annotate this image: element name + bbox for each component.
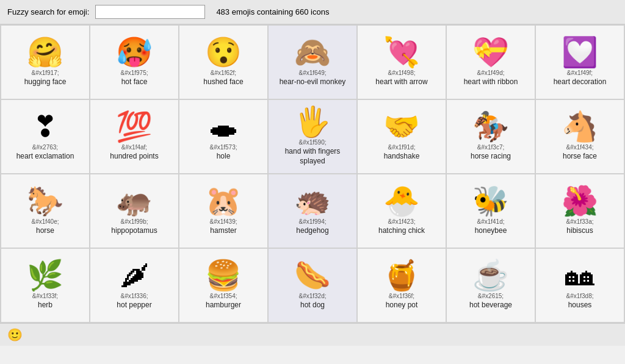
emoji-glyph: ❣ — [33, 112, 57, 141]
emoji-cell[interactable]: 🐣&#x1f423;hatching chick — [358, 174, 446, 248]
emoji-code: &#x1f3c7; — [477, 144, 504, 151]
emoji-glyph: 💟 — [562, 38, 598, 67]
emoji-name: hedgehog — [296, 226, 328, 236]
emoji-cell[interactable]: 🐝&#x1f41d;honeybee — [447, 174, 535, 248]
emoji-cell[interactable]: 🖐&#x1f590;hand with fingers splayed — [269, 100, 356, 173]
emoji-cell[interactable]: 🏇&#x1f3c7;horse racing — [447, 100, 535, 173]
emoji-glyph: 🌿 — [27, 261, 63, 290]
emoji-glyph: 🖐 — [294, 107, 331, 137]
emoji-cell[interactable]: 💝&#x1f49d;heart with ribbon — [447, 26, 535, 99]
emoji-cell[interactable]: 🐴&#x1f434;horse face — [536, 100, 624, 173]
emoji-code: &#x1f33a; — [566, 218, 593, 225]
emoji-code: &#x1f36f; — [389, 293, 414, 299]
emoji-code: &#x1f439; — [209, 218, 237, 225]
emoji-code: &#x1f994; — [298, 218, 326, 225]
emoji-name: horse face — [563, 152, 597, 162]
emoji-name: hand with fingers splayed — [272, 147, 353, 166]
emoji-glyph: 🌺 — [562, 187, 598, 216]
emoji-code: &#x1f62f; — [211, 70, 236, 76]
emoji-cell[interactable]: 🤗&#x1f917;hugging face — [1, 26, 89, 99]
search-input[interactable] — [95, 5, 205, 19]
emoji-name: hibiscus — [566, 226, 593, 236]
emoji-code: &#x1f49d; — [477, 70, 504, 76]
emoji-code: &#x1f590; — [298, 139, 326, 146]
emoji-cell[interactable]: 🦛&#x1f99b;hippopotamus — [90, 174, 178, 248]
emoji-glyph: 🐣 — [383, 187, 420, 216]
emoji-name: hole — [217, 152, 231, 162]
emoji-name: herb — [38, 301, 52, 310]
emoji-cell[interactable]: 🌶&#x1f336;hot pepper — [90, 249, 178, 322]
emoji-cell[interactable]: 🙈&#x1f649;hear-no-evil monkey — [269, 26, 356, 99]
emoji-cell[interactable]: 🕳&#x1f573;hole — [179, 100, 267, 173]
search-label: Fuzzy search for emoji: — [7, 7, 89, 16]
emoji-cell[interactable]: 🥵&#x1f975;hot face — [90, 26, 178, 99]
emoji-glyph: 🦛 — [116, 187, 153, 216]
emoji-glyph: 🌭 — [294, 261, 331, 290]
emoji-name: hear-no-evil monkey — [280, 77, 346, 87]
emoji-code: &#x1f91d; — [388, 144, 415, 151]
emoji-cell[interactable]: 🐹&#x1f439;hamster — [179, 174, 267, 248]
emoji-glyph: 🕳 — [209, 112, 238, 141]
emoji-cell[interactable]: 🍔&#x1f354;hamburger — [179, 249, 267, 322]
emoji-glyph: 🍯 — [383, 261, 420, 290]
emoji-cell[interactable]: 🌭&#x1f32d;hot dog — [269, 249, 356, 322]
emoji-cell[interactable]: 💘&#x1f498;heart with arrow — [358, 26, 446, 99]
top-bar: Fuzzy search for emoji: 483 emojis conta… — [0, 0, 625, 24]
emoji-name: hushed face — [203, 77, 243, 87]
emoji-name: heart decoration — [554, 77, 607, 87]
emoji-glyph: 🐝 — [472, 187, 509, 216]
emoji-code: &#x2763; — [32, 144, 58, 151]
emoji-name: hundred points — [110, 152, 158, 162]
emoji-cell[interactable]: 🦔&#x1f994;hedgehog — [269, 174, 356, 248]
emoji-glyph: 😯 — [205, 38, 242, 67]
emoji-name: heart exclamation — [16, 152, 74, 162]
emoji-cell[interactable]: 🌿&#x1f33f;herb — [1, 249, 89, 322]
emoji-code: &#x1f49f; — [567, 70, 593, 76]
emoji-code: &#x1f3d8; — [566, 293, 593, 299]
emoji-glyph: 🥵 — [116, 38, 153, 67]
emoji-glyph: 💘 — [383, 38, 420, 67]
emoji-code: &#x1f354; — [209, 293, 237, 299]
emoji-cell[interactable]: 💟&#x1f49f;heart decoration — [536, 26, 624, 99]
emoji-cell[interactable]: 🏘&#x1f3d8;houses — [536, 249, 624, 322]
emoji-cell[interactable]: 🌺&#x1f33a;hibiscus — [536, 174, 624, 248]
emoji-glyph: 🌶 — [120, 261, 149, 290]
emoji-code: &#x1f4af; — [121, 144, 147, 151]
emoji-code: &#x1f649; — [298, 70, 326, 76]
emoji-code: &#x1f40e; — [31, 218, 59, 225]
emoji-cell[interactable]: ❣&#x2763;heart exclamation — [1, 100, 89, 173]
emoji-name: horse racing — [471, 152, 511, 162]
emoji-cell[interactable]: 🐎&#x1f40e;horse — [1, 174, 89, 248]
emoji-name: hatching chick — [378, 226, 425, 236]
emoji-code: &#x1f573; — [209, 144, 237, 151]
emoji-name: heart with ribbon — [464, 77, 518, 87]
emoji-code: &#x1f975; — [120, 70, 148, 76]
emoji-code: &#x1f434; — [566, 144, 593, 151]
emoji-cell[interactable]: ☕&#x2615;hot beverage — [447, 249, 535, 322]
emoji-name: hippopotamus — [111, 226, 157, 236]
emoji-code: &#x1f33f; — [32, 293, 58, 299]
emoji-glyph: 🙈 — [294, 38, 331, 67]
emoji-glyph: 🤝 — [383, 112, 420, 141]
emoji-code: &#x1f41d; — [477, 218, 504, 225]
emoji-name: horse — [36, 226, 54, 236]
count-label: 483 emojis containing 660 icons — [216, 7, 329, 16]
emoji-name: hamster — [210, 226, 236, 236]
emoji-code: &#x1f32d; — [298, 293, 326, 299]
emoji-name: handshake — [384, 152, 420, 162]
emoji-glyph: 🤗 — [27, 38, 63, 67]
emoji-glyph: 🍔 — [205, 261, 242, 290]
bottom-emoji: 🙂 — [7, 327, 23, 342]
bottom-bar: 🙂 — [0, 323, 625, 346]
emoji-glyph: 🐎 — [27, 187, 63, 216]
emoji-name: hot pepper — [117, 301, 151, 310]
emoji-cell[interactable]: 💯&#x1f4af;hundred points — [90, 100, 178, 173]
emoji-glyph: 🐹 — [205, 187, 242, 216]
emoji-glyph: 🏇 — [472, 112, 509, 141]
emoji-cell[interactable]: 😯&#x1f62f;hushed face — [179, 26, 267, 99]
emoji-cell[interactable]: 🍯&#x1f36f;honey pot — [358, 249, 446, 322]
emoji-cell[interactable]: 🤝&#x1f91d;handshake — [358, 100, 446, 173]
emoji-code: &#x1f336; — [120, 293, 148, 299]
emoji-name: honeybee — [475, 226, 507, 236]
emoji-glyph: 💯 — [116, 112, 153, 141]
